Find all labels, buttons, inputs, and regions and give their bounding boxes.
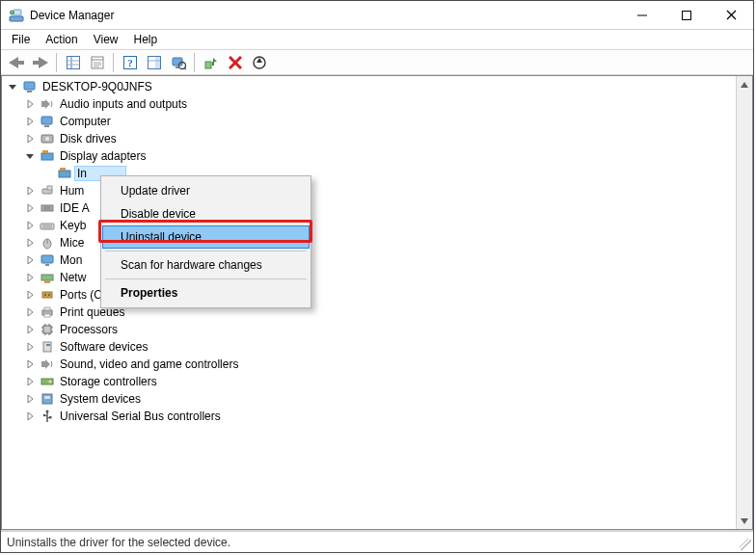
update-driver-button[interactable] (248, 52, 270, 73)
titlebar: Device Manager (1, 1, 753, 30)
action-pane-button[interactable] (143, 52, 165, 73)
display-adapter-icon (40, 148, 55, 164)
tree-item-audio[interactable]: Audio inputs and outputs (6, 95, 732, 113)
ctx-disable-device[interactable]: Disable device (103, 203, 309, 225)
svg-point-43 (45, 137, 49, 141)
maximize-button[interactable] (664, 1, 709, 30)
tree-item-label: Universal Serial Bus controllers (58, 410, 223, 423)
forward-button[interactable] (29, 52, 51, 73)
tree-item-usb[interactable]: Universal Serial Bus controllers (6, 408, 732, 425)
expander-closed-icon[interactable] (23, 325, 37, 334)
tree-item-system[interactable]: System devices (6, 390, 732, 408)
expander-closed-icon[interactable] (23, 99, 37, 109)
ctx-properties[interactable]: Properties (103, 282, 309, 304)
svg-marker-73 (28, 308, 33, 316)
expander-closed-icon[interactable] (23, 377, 37, 386)
expander-closed-icon[interactable] (23, 186, 37, 196)
svg-rect-76 (44, 314, 50, 317)
window-title: Device Manager (30, 9, 620, 22)
svg-rect-91 (41, 361, 45, 367)
svg-marker-87 (28, 343, 33, 351)
svg-marker-41 (28, 135, 33, 143)
svg-marker-26 (213, 58, 217, 62)
tree-item-processors[interactable]: Processors (6, 321, 732, 338)
expander-closed-icon[interactable] (23, 359, 37, 369)
tree-item-computer[interactable]: Computer (6, 113, 732, 130)
svg-point-2 (11, 11, 14, 14)
svg-marker-31 (256, 58, 262, 63)
storage-icon (40, 374, 55, 389)
svg-marker-93 (28, 378, 33, 385)
menu-action[interactable]: Action (39, 32, 84, 47)
tree-item-label: Storage controllers (58, 375, 159, 388)
svg-point-95 (49, 381, 52, 383)
svg-marker-38 (28, 118, 33, 125)
expander-closed-icon[interactable] (23, 273, 37, 282)
menu-view[interactable]: View (87, 32, 125, 47)
minimize-button[interactable] (620, 1, 664, 30)
sound-icon (40, 357, 55, 372)
tree-item-disk[interactable]: Disk drives (6, 130, 732, 147)
svg-rect-75 (44, 307, 50, 310)
expander-closed-icon[interactable] (23, 221, 37, 230)
expander-closed-icon[interactable] (23, 134, 37, 144)
tree-item-label: Mice (58, 236, 86, 250)
help-button[interactable]: ? (119, 52, 141, 73)
close-button[interactable] (709, 1, 753, 30)
expander-closed-icon[interactable] (23, 307, 37, 317)
scan-hardware-button[interactable] (167, 52, 189, 73)
expander-closed-icon[interactable] (23, 255, 37, 265)
svg-marker-32 (9, 85, 16, 90)
expander-closed-icon[interactable] (23, 290, 37, 300)
svg-rect-45 (41, 153, 53, 160)
tree-item-sound[interactable]: Sound, video and game controllers (6, 356, 732, 373)
tree-item-label: Mon (58, 253, 84, 267)
svg-marker-107 (741, 518, 748, 524)
expander-closed-icon[interactable] (23, 117, 37, 126)
menu-help[interactable]: Help (127, 32, 165, 47)
expander-closed-icon[interactable] (23, 394, 37, 404)
resize-grip-icon[interactable] (740, 539, 751, 550)
properties-button[interactable] (86, 52, 108, 73)
system-icon (40, 391, 55, 407)
svg-rect-34 (27, 91, 32, 92)
svg-marker-63 (28, 256, 33, 264)
computer-icon (22, 79, 38, 94)
svg-rect-48 (60, 168, 66, 171)
ctx-uninstall-device[interactable]: Uninstall device (103, 226, 309, 248)
scroll-up-button[interactable] (737, 76, 753, 92)
svg-rect-64 (41, 255, 53, 263)
tree-item-label: Hum (58, 184, 86, 198)
tree-item-display[interactable]: Display adapters (6, 147, 732, 165)
svg-marker-37 (45, 99, 50, 109)
svg-marker-77 (28, 326, 33, 333)
enable-device-button[interactable] (200, 52, 222, 73)
expander-closed-icon[interactable] (23, 238, 37, 248)
hid-icon (40, 183, 55, 198)
vertical-scrollbar[interactable] (736, 76, 752, 529)
ports-icon (40, 287, 55, 303)
tree-item-software[interactable]: Software devices (6, 338, 732, 356)
expander-open-icon[interactable] (23, 151, 37, 161)
svg-rect-51 (47, 186, 52, 190)
software-icon (40, 339, 55, 355)
show-hide-console-tree-button[interactable] (62, 52, 84, 73)
expander-closed-icon[interactable] (23, 411, 37, 421)
tree-item-label: Audio inputs and outputs (58, 97, 189, 111)
expander-closed-icon[interactable] (23, 342, 37, 352)
back-button[interactable] (5, 52, 27, 73)
svg-rect-89 (46, 344, 50, 346)
tree-root[interactable]: DESKTOP-9Q0JNFS (6, 78, 732, 95)
tree-item-storage[interactable]: Storage controllers (6, 373, 732, 390)
scroll-down-button[interactable] (737, 513, 753, 529)
expander-open-icon[interactable] (6, 82, 19, 92)
uninstall-device-button[interactable] (224, 52, 246, 73)
ctx-scan-hardware[interactable]: Scan for hardware changes (103, 254, 309, 276)
svg-rect-19 (155, 57, 160, 68)
app-icon (9, 8, 24, 23)
svg-rect-0 (10, 16, 23, 21)
expander-closed-icon[interactable] (23, 203, 37, 213)
menu-file[interactable]: File (5, 32, 37, 47)
svg-marker-69 (28, 291, 33, 299)
ctx-update-driver[interactable]: Update driver (103, 180, 309, 201)
